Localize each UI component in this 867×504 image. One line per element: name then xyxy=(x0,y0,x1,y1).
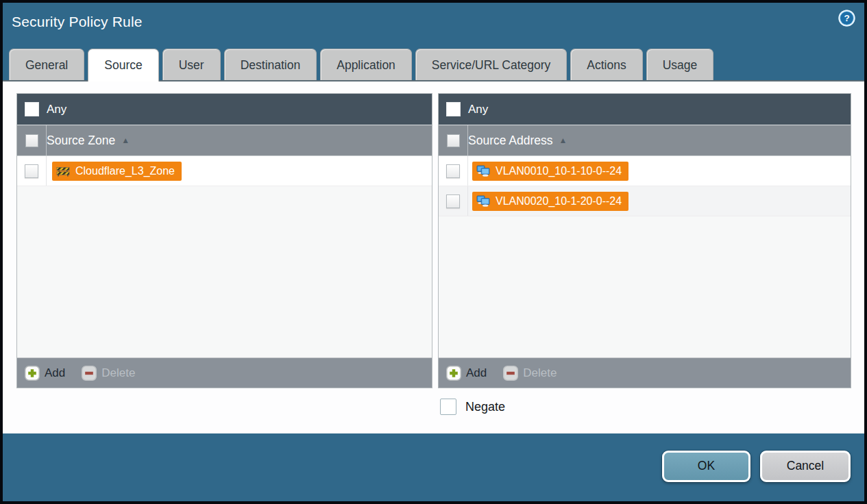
sort-asc-icon: ▲ xyxy=(121,136,130,145)
negate-label: Negate xyxy=(465,400,505,414)
source-address-any-bar: Any xyxy=(439,94,851,125)
checkbox-cell xyxy=(17,156,47,186)
row-checkbox[interactable] xyxy=(446,164,460,178)
svg-text:?: ? xyxy=(844,13,849,23)
source-tab-content: Any Source Zone ▲ xyxy=(3,80,864,433)
add-icon xyxy=(25,366,40,381)
panels: Any Source Zone ▲ xyxy=(16,93,854,388)
source-zone-selectall-checkbox[interactable] xyxy=(25,134,38,147)
tab-source[interactable]: Source xyxy=(88,49,158,81)
delete-label: Delete xyxy=(101,366,135,380)
dialog-title: Security Policy Rule xyxy=(12,14,143,30)
add-zone-button[interactable]: Add xyxy=(25,366,65,381)
negate-row: Negate xyxy=(440,399,854,415)
source-address-panel: Any Source Address ▲ xyxy=(438,93,851,388)
add-label: Add xyxy=(45,366,65,380)
source-address-selectall-checkbox[interactable] xyxy=(447,134,460,147)
row-checkbox[interactable] xyxy=(446,194,460,208)
address-object-chip[interactable]: VLAN0010_10-1-10-0--24 xyxy=(472,162,628,181)
row-checkbox[interactable] xyxy=(25,164,38,178)
address-object-label: VLAN0010_10-1-10-0--24 xyxy=(496,165,622,177)
delete-zone-button[interactable]: Delete xyxy=(82,366,135,381)
delete-label: Delete xyxy=(523,366,557,380)
source-address-column-header[interactable]: Source Address ▲ xyxy=(439,125,851,156)
address-object-chip[interactable]: VLAN0020_10-1-20-0--24 xyxy=(472,192,628,211)
source-address-column-label: Source Address xyxy=(468,134,553,148)
address-object-label: VLAN0020_10-1-20-0--24 xyxy=(496,195,622,207)
address-icon xyxy=(476,165,490,177)
source-zone-toolbar: Add Delete xyxy=(17,357,432,388)
tab-general[interactable]: General xyxy=(9,49,84,80)
source-zone-panel: Any Source Zone ▲ xyxy=(16,93,432,388)
add-label: Add xyxy=(466,366,487,380)
tab-bar: General Source User Destination Applicat… xyxy=(3,45,864,80)
negate-checkbox[interactable] xyxy=(440,399,456,415)
source-zone-column-header[interactable]: Source Zone ▲ xyxy=(17,125,432,156)
title-bar: Security Policy Rule ? xyxy=(3,3,864,45)
checkbox-cell xyxy=(17,94,47,125)
tab-usage[interactable]: Usage xyxy=(646,49,714,80)
tab-actions[interactable]: Actions xyxy=(570,49,642,80)
source-address-toolbar: Add Delete xyxy=(439,357,851,388)
checkbox-cell xyxy=(439,186,468,216)
add-icon xyxy=(446,366,461,381)
tab-application[interactable]: Application xyxy=(320,49,412,80)
ok-button[interactable]: OK xyxy=(662,451,750,482)
sort-asc-icon: ▲ xyxy=(559,136,567,145)
source-zone-any-checkbox[interactable] xyxy=(25,102,39,116)
zone-object-chip[interactable]: Cloudflare_L3_Zone xyxy=(52,162,182,181)
source-zone-column-label: Source Zone xyxy=(47,134,115,148)
dialog-footer: OK Cancel xyxy=(3,433,864,501)
tab-destination[interactable]: Destination xyxy=(224,49,317,80)
source-address-list: VLAN0010_10-1-10-0--24 xyxy=(439,156,851,357)
table-row: VLAN0020_10-1-20-0--24 xyxy=(439,186,851,216)
table-row: Cloudflare_L3_Zone xyxy=(17,156,432,186)
zone-object-label: Cloudflare_L3_Zone xyxy=(75,165,175,177)
delete-address-button[interactable]: Delete xyxy=(503,366,557,381)
source-zone-any-bar: Any xyxy=(17,94,432,125)
checkbox-cell xyxy=(439,156,468,186)
checkbox-cell xyxy=(17,125,47,155)
help-icon[interactable]: ? xyxy=(838,9,856,27)
address-icon xyxy=(476,195,490,207)
tab-user[interactable]: User xyxy=(162,49,221,80)
checkbox-cell xyxy=(439,125,468,155)
tab-service-url-category[interactable]: Service/URL Category xyxy=(415,49,567,80)
add-address-button[interactable]: Add xyxy=(446,366,487,381)
source-address-any-checkbox[interactable] xyxy=(446,102,461,116)
cancel-button[interactable]: Cancel xyxy=(760,451,851,482)
source-address-any-label: Any xyxy=(468,103,488,116)
checkbox-cell xyxy=(439,94,468,125)
source-zone-list: Cloudflare_L3_Zone xyxy=(17,156,432,357)
zone-icon xyxy=(56,166,70,177)
source-zone-any-label: Any xyxy=(47,103,66,116)
security-policy-rule-dialog: Security Policy Rule ? General Source Us… xyxy=(0,0,867,504)
delete-icon xyxy=(82,366,97,381)
delete-icon xyxy=(503,366,518,381)
table-row: VLAN0010_10-1-10-0--24 xyxy=(439,156,851,186)
